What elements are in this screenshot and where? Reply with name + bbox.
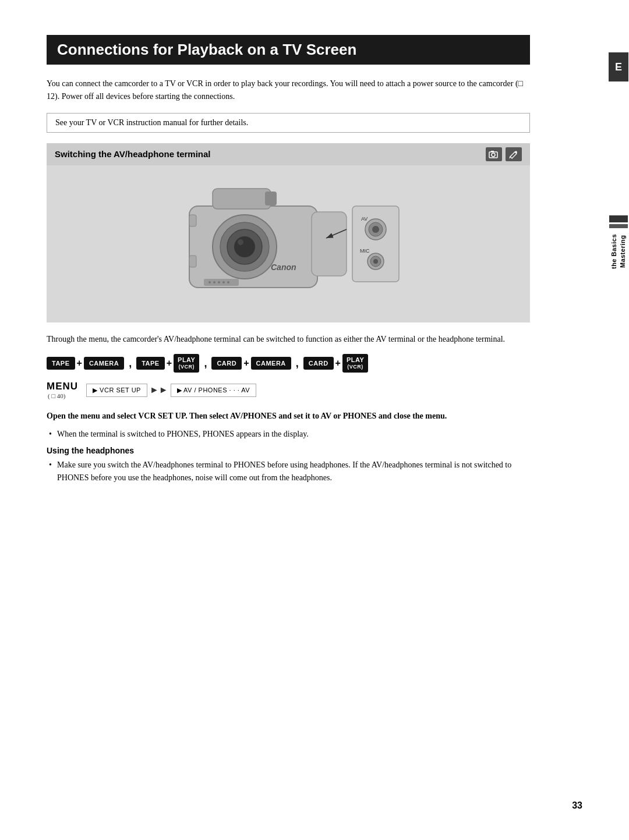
bullet-1: When the terminal is switched to PHONES,… (47, 428, 530, 441)
svg-line-3 (510, 157, 510, 158)
plus-4: + (335, 358, 341, 368)
right-tab-e: E (608, 52, 629, 81)
svg-text:Canon: Canon (271, 263, 296, 272)
subheading-headphones: Using the headphones (47, 446, 530, 455)
btn-card-2: CARD (303, 357, 334, 370)
svg-point-19 (218, 281, 220, 283)
svg-point-18 (213, 281, 215, 283)
plus-2: + (167, 358, 172, 368)
camcorder-illustration: Canon AV MIC (154, 171, 422, 317)
svg-rect-10 (213, 189, 271, 209)
main-content: Connections for Playback on a TV Screen … (0, 0, 577, 840)
note-box: See your TV or VCR instruction manual fo… (47, 113, 530, 133)
mastering-text: Mastering the Basics (610, 234, 628, 269)
svg-rect-14 (189, 256, 196, 267)
comma-1: , (129, 357, 132, 370)
section-header-icons (486, 147, 522, 161)
svg-rect-2 (491, 151, 494, 152)
svg-rect-22 (352, 206, 399, 282)
menu-arrow-box: ▶ VCR SET UP ►► ▶ AV / PHONES · · · AV (86, 384, 256, 397)
page-number: 33 (572, 800, 582, 811)
bullet-2: Make sure you switch the AV/headphones t… (47, 459, 530, 485)
btn-tape-1: TAPE (47, 357, 75, 370)
btn-play-vcr-2: PLAY (VCR) (342, 354, 368, 373)
btn-camera-2: CAMERA (251, 357, 291, 370)
svg-rect-12 (312, 212, 347, 276)
comma-2: , (204, 357, 207, 370)
camera-icon-box (486, 147, 502, 161)
svg-point-21 (227, 281, 229, 283)
svg-rect-13 (189, 215, 196, 226)
menu-diagram: MENU ( □ 40) ▶ VCR SET UP ►► ▶ AV / PHON… (47, 381, 530, 399)
section-header-text: Switching the AV/headphone terminal (55, 149, 211, 159)
svg-point-17 (209, 281, 211, 283)
side-bar-2 (609, 224, 628, 228)
plus-3: + (243, 358, 249, 368)
svg-point-26 (372, 226, 379, 233)
menu-step2: ▶ AV / PHONES · · · AV (171, 384, 257, 397)
note-text: See your TV or VCR instruction manual fo… (55, 118, 248, 127)
svg-point-8 (234, 236, 255, 257)
page-wrapper: E Mastering the Basics Connections for P… (0, 0, 629, 840)
svg-point-30 (373, 259, 378, 264)
e-tab-letter: E (609, 52, 628, 81)
pencil-icon-box (506, 147, 522, 161)
svg-text:AV: AV (361, 216, 367, 222)
menu-arrow-icon: ►► (150, 385, 168, 395)
menu-step1: ▶ VCR SET UP (86, 384, 147, 397)
bold-paragraph: Open the menu and select VCR SET UP. The… (47, 410, 530, 422)
menu-label: MENU (47, 381, 78, 392)
btn-camera-1: CAMERA (84, 357, 124, 370)
btn-tape-2: TAPE (136, 357, 165, 370)
body-text: Through the menu, the camcorder's AV/hea… (47, 333, 530, 346)
button-combinations: TAPE + CAMERA , TAPE + PLAY (VCR) , CARD… (47, 354, 530, 373)
menu-ref: ( □ 40) (48, 392, 65, 399)
btn-play-vcr-1: PLAY (VCR) (174, 354, 199, 373)
svg-rect-11 (265, 192, 277, 205)
page-title: Connections for Playback on a TV Screen (47, 35, 530, 65)
side-bar-1 (609, 215, 628, 222)
comma-3: , (296, 357, 299, 370)
intro-text: You can connect the camcorder to a TV or… (47, 77, 530, 104)
svg-point-9 (238, 239, 243, 245)
btn-card-1: CARD (211, 357, 242, 370)
camera-icon (489, 150, 499, 158)
svg-point-1 (492, 153, 495, 157)
svg-point-20 (222, 281, 225, 283)
plus-1: + (77, 358, 82, 368)
pencil-icon (509, 150, 518, 159)
camcorder-image-area: Canon AV MIC (47, 165, 530, 322)
svg-text:MIC: MIC (360, 248, 370, 254)
section-header: Switching the AV/headphone terminal (47, 143, 530, 165)
side-mastering-label: Mastering the Basics (608, 215, 629, 269)
